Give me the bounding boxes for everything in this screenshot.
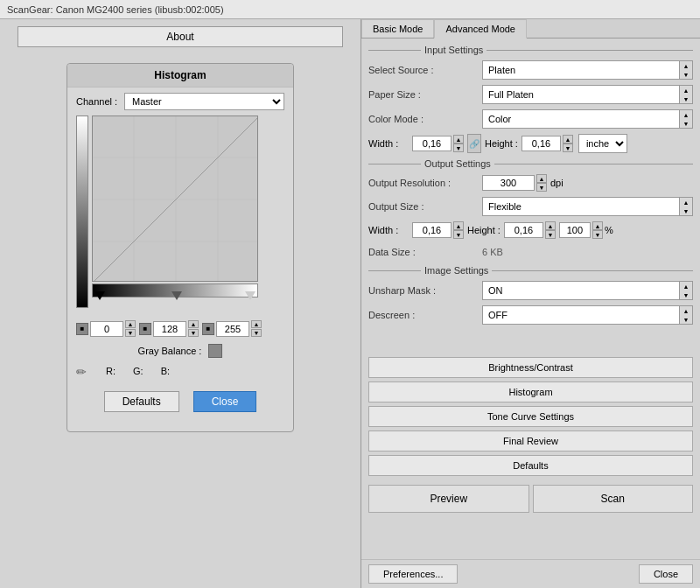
scan-button[interactable]: Scan	[533, 485, 694, 513]
data-size-label: Data Size :	[368, 247, 482, 257]
unit-select[interactable]: inches mm pixels	[578, 134, 627, 153]
output-width-up[interactable]: ▲	[453, 221, 464, 230]
input-wh-row: Width : ▲ ▼ 🔗 Height : ▲ ▼ inches	[361, 131, 700, 156]
unsharp-mask-down[interactable]: ▼	[680, 290, 692, 299]
paper-size-input[interactable]	[482, 85, 680, 104]
output-percent-up[interactable]: ▲	[592, 221, 603, 230]
histogram-button[interactable]: Histogram	[368, 382, 693, 402]
about-button[interactable]: About	[18, 26, 343, 47]
select-source-control: ▲ ▼	[482, 60, 693, 80]
channel-select[interactable]: Master Red Green Blue	[124, 93, 284, 110]
white-spinner-up[interactable]: ▲	[251, 320, 262, 328]
color-mode-down[interactable]: ▼	[680, 119, 692, 128]
output-resolution-down[interactable]: ▼	[536, 183, 547, 192]
output-height-down[interactable]: ▼	[545, 230, 556, 239]
histogram-title: Histogram	[67, 64, 293, 88]
paper-size-up[interactable]: ▲	[680, 86, 692, 94]
input-height-field[interactable]	[522, 136, 561, 151]
output-width-label: Width :	[368, 225, 412, 235]
slider-white-handle[interactable]	[245, 291, 256, 300]
input-height-up[interactable]: ▲	[563, 135, 573, 144]
descreen-down[interactable]: ▼	[680, 315, 692, 324]
tone-curve-button[interactable]: Tone Curve Settings	[368, 406, 693, 427]
wh-link-icon[interactable]: 🔗	[467, 134, 481, 153]
unsharp-mask-up[interactable]: ▲	[680, 282, 692, 290]
output-resolution-spinner: ▲ ▼	[536, 174, 547, 192]
select-source-input[interactable]	[482, 60, 680, 80]
channel-label: Channel :	[76, 96, 117, 107]
histogram-inputs-row: ■ ▲ ▼ ■ ▲ ▼ ■ ▲ ▼	[67, 308, 293, 340]
input-width-up[interactable]: ▲	[453, 135, 464, 144]
mid-spinner-down[interactable]: ▼	[188, 329, 199, 337]
gray-balance-icon[interactable]	[208, 344, 222, 358]
paper-size-down[interactable]: ▼	[680, 94, 692, 103]
histogram-close-button[interactable]: Close	[193, 391, 257, 412]
output-percent-down[interactable]: ▼	[592, 230, 603, 239]
input-width-down[interactable]: ▼	[453, 144, 464, 152]
white-spinner-down[interactable]: ▼	[251, 329, 262, 337]
bottom-bar: Preferences... Close	[361, 559, 700, 588]
output-resolution-wrap: ▲ ▼	[482, 174, 547, 192]
mid-point-input[interactable]	[153, 321, 186, 337]
descreen-up[interactable]: ▲	[680, 306, 692, 315]
output-percent-spinner: ▲ ▼	[592, 221, 603, 239]
tab-basic-mode[interactable]: Basic Mode	[361, 19, 434, 38]
input-width-field[interactable]	[412, 136, 452, 151]
color-mode-control: ▲ ▼	[482, 109, 693, 129]
black-spinner-down[interactable]: ▼	[125, 329, 136, 337]
input-height-down[interactable]: ▼	[563, 144, 573, 152]
unit-wrap: inches mm pixels	[578, 134, 627, 153]
color-mode-up[interactable]: ▲	[680, 110, 692, 119]
output-wh-row: Width : ▲ ▼ Height : ▲ ▼ ▲	[361, 219, 700, 242]
select-source-down[interactable]: ▼	[680, 70, 692, 79]
left-panel: About Histogram Channel : Master Red Gre…	[0, 19, 361, 588]
input-height-label: Height :	[485, 138, 518, 149]
action-buttons-area: Brightness/Contrast Histogram Tone Curve…	[361, 354, 700, 480]
mid-spinner-up[interactable]: ▲	[188, 320, 199, 328]
paper-size-row: Paper Size : ▲ ▼	[361, 82, 700, 107]
tab-advanced-mode[interactable]: Advanced Mode	[434, 19, 527, 38]
select-source-up[interactable]: ▲	[680, 61, 692, 70]
descreen-input[interactable]	[482, 305, 680, 325]
output-size-input[interactable]	[482, 197, 680, 216]
unsharp-mask-input[interactable]	[482, 281, 680, 300]
histogram-slider[interactable]	[92, 284, 258, 298]
output-height-wrap: ▲ ▼	[504, 221, 556, 239]
color-mode-input[interactable]	[482, 109, 680, 129]
black-spinner-up[interactable]: ▲	[125, 320, 136, 328]
histogram-canvas-area	[67, 116, 293, 308]
unsharp-mask-row: Unsharp Mask : ▲ ▼	[361, 278, 700, 303]
output-resolution-up[interactable]: ▲	[536, 174, 547, 183]
mid-point-icon: ■	[139, 323, 151, 335]
output-percent-unit: %	[605, 225, 613, 235]
output-height-label: Height :	[467, 225, 500, 235]
defaults-button[interactable]: Defaults	[368, 455, 693, 476]
preview-button[interactable]: Preview	[368, 485, 529, 513]
settings-content: Input Settings Select Source : ▲ ▼ Paper…	[361, 38, 700, 559]
color-mode-row: Color Mode : ▲ ▼	[361, 107, 700, 131]
histogram-defaults-button[interactable]: Defaults	[104, 391, 179, 412]
descreen-row: Descreen : ▲ ▼	[361, 303, 700, 327]
close-button[interactable]: Close	[639, 564, 693, 584]
slider-mid-handle[interactable]	[172, 291, 182, 300]
output-percent-input[interactable]	[559, 222, 591, 238]
histogram-main	[92, 116, 284, 308]
output-height-field[interactable]	[504, 222, 543, 238]
output-width-down[interactable]: ▼	[453, 230, 464, 239]
black-point-input[interactable]	[90, 321, 123, 337]
output-resolution-input[interactable]	[482, 175, 535, 191]
output-size-up[interactable]: ▲	[680, 198, 692, 206]
svg-line-6	[93, 116, 258, 282]
final-review-button[interactable]: Final Review	[368, 430, 693, 452]
histogram-dialog: Histogram Channel : Master Red Green Blu…	[66, 63, 294, 432]
eyedropper-icon[interactable]: ✏	[76, 365, 88, 377]
brightness-contrast-button[interactable]: Brightness/Contrast	[368, 357, 693, 378]
preferences-button[interactable]: Preferences...	[368, 564, 458, 584]
preview-scan-row: Preview Scan	[361, 480, 700, 518]
g-label: G:	[133, 366, 144, 376]
output-height-up[interactable]: ▲	[545, 221, 556, 230]
output-size-down[interactable]: ▼	[680, 206, 692, 215]
white-point-input[interactable]	[216, 321, 249, 337]
slider-black-handle[interactable]	[94, 291, 105, 300]
output-width-field[interactable]	[412, 222, 452, 238]
